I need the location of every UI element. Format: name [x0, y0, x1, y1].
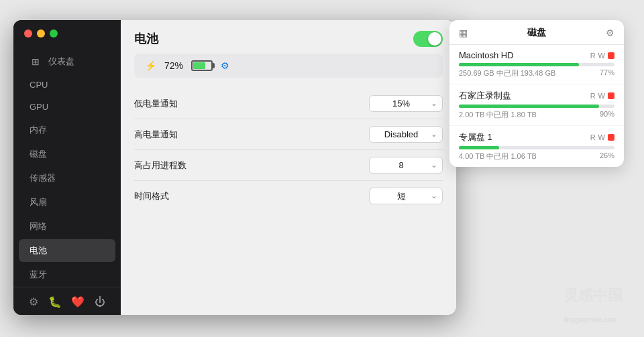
disk-percent-0: 77% — [600, 68, 614, 78]
watermark-logo-svg: 灵感中国 — [557, 280, 624, 314]
disk-w-dot-0 — [608, 52, 614, 59]
sidebar-item-gpu[interactable]: GPU — [19, 96, 115, 117]
high-usage-process-label: 高占用进程数 — [134, 159, 186, 172]
disk-w-dot-1 — [608, 92, 614, 99]
disk-w-label-1: W — [598, 92, 605, 100]
disk-chart-icon: ▦ — [459, 27, 468, 38]
battery-status-bar: ⚡ 72% ⚙ — [134, 54, 443, 78]
sidebar-item-label-fan: 风扇 — [30, 196, 47, 208]
disk-name-1: 石家庄录制盘 — [459, 90, 511, 102]
disk-bar-fill-2 — [459, 146, 499, 149]
sidebar-item-sensor[interactable]: 传感器 — [19, 167, 115, 190]
disk-used-1: 2.00 TB 中已用 1.80 TB — [459, 110, 537, 120]
sidebar-item-battery[interactable]: 电池 — [19, 239, 115, 262]
disk-widget-title: 磁盘 — [468, 27, 606, 39]
sidebar-item-network[interactable]: 网络 — [19, 215, 115, 238]
disk-info-2: 4.00 TB 中已用 1.06 TB 26% — [459, 151, 614, 161]
sidebar-item-dashboard[interactable]: ⊞ 仪表盘 — [19, 50, 115, 73]
main-window: ⊞ 仪表盘 CPU GPU 内存 磁盘 传感器 风扇 网络 电池 蓝牙 — [13, 20, 456, 315]
disk-info-1: 2.00 TB 中已用 1.80 TB 90% — [459, 110, 614, 120]
bolt-icon: ⚡ — [145, 60, 156, 71]
minimize-button[interactable] — [37, 29, 45, 38]
settings-body: 低电量通知 15% 5% 10% 20% 高电量通知 Disabled 80% — [121, 78, 456, 315]
disk-entry-header-1: 石家庄录制盘 R W — [459, 90, 614, 102]
disk-r-label-1: R — [590, 92, 596, 100]
disk-entry-2: 专属盘 1 R W 4.00 TB 中已用 1.06 TB 26% — [449, 126, 624, 167]
high-usage-process-select-wrapper: 8 3 5 10 — [369, 157, 443, 174]
battery-toggle[interactable] — [413, 31, 443, 47]
disk-entry-1: 石家庄录制盘 R W 2.00 TB 中已用 1.80 TB 90% — [449, 84, 624, 126]
main-content: 电池 ⚡ 72% ⚙ 低电量通知 15% 5% 10% — [121, 20, 456, 315]
settings-icon[interactable]: ⚙ — [29, 295, 38, 308]
disk-w-label-0: W — [598, 52, 605, 60]
disk-entry-header-0: Macintosh HD R W — [459, 50, 614, 60]
disk-r-label-0: R — [590, 52, 596, 60]
bug-icon[interactable]: 🐛 — [48, 295, 62, 308]
sidebar-footer: ⚙ 🐛 ❤️ ⏻ — [13, 287, 121, 315]
high-power-notify-label: 高电量通知 — [134, 129, 178, 141]
disk-rw-2: R W — [590, 133, 614, 141]
sidebar-item-cpu[interactable]: CPU — [19, 74, 115, 95]
disk-widget-header: ▦ 磁盘 ⚙ — [449, 20, 624, 45]
disk-rw-0: R W — [590, 52, 614, 60]
disk-entry-0: Macintosh HD R W 250.69 GB 中已用 193.48 GB… — [449, 45, 624, 84]
low-power-notify-select[interactable]: 15% 5% 10% 20% — [369, 95, 443, 112]
disk-bar-bg-1 — [459, 105, 614, 108]
high-power-notify-select-wrapper: Disabled 80% 90% 95% — [369, 126, 443, 143]
low-power-notify-row: 低电量通知 15% 5% 10% 20% — [134, 88, 443, 119]
high-power-notify-select[interactable]: Disabled 80% 90% 95% — [369, 126, 443, 143]
disk-info-0: 250.69 GB 中已用 193.48 GB 77% — [459, 68, 614, 78]
content-header: 电池 — [121, 20, 456, 54]
disk-bar-bg-2 — [459, 146, 614, 149]
time-format-select[interactable]: 短 长 — [369, 188, 443, 204]
sidebar-item-label-gpu: GPU — [30, 102, 48, 112]
maximize-button[interactable] — [50, 29, 58, 38]
sidebar-item-label-dashboard: 仪表盘 — [48, 56, 74, 68]
battery-fill — [193, 62, 205, 69]
time-format-select-wrapper: 短 长 — [369, 188, 443, 204]
disk-bar-fill-0 — [459, 63, 579, 66]
disk-used-2: 4.00 TB 中已用 1.06 TB — [459, 151, 537, 161]
high-usage-process-select[interactable]: 8 3 5 10 — [369, 157, 443, 174]
battery-percent: 72% — [164, 60, 183, 71]
disk-w-label-2: W — [598, 133, 605, 141]
high-power-notify-row: 高电量通知 Disabled 80% 90% 95% — [134, 119, 443, 150]
panel-title: 电池 — [134, 31, 158, 47]
low-power-notify-select-wrapper: 15% 5% 10% 20% — [369, 95, 443, 112]
high-usage-process-row: 高占用进程数 8 3 5 10 — [134, 150, 443, 181]
svg-text:灵感中国: 灵感中国 — [563, 287, 623, 304]
disk-entry-header-2: 专属盘 1 R W — [459, 131, 614, 143]
sidebar-item-label-bluetooth: 蓝牙 — [30, 269, 47, 281]
close-button[interactable] — [24, 29, 32, 38]
watermark-url: lingganchina.com — [557, 316, 624, 324]
sidebar-item-disk[interactable]: 磁盘 — [19, 143, 115, 165]
time-format-label: 时间格式 — [134, 190, 169, 202]
battery-icon-wrapper — [191, 60, 213, 71]
disk-gear-icon[interactable]: ⚙ — [606, 27, 614, 38]
sidebar-item-label-sensor: 传感器 — [30, 172, 56, 184]
heart-icon[interactable]: ❤️ — [71, 295, 85, 308]
disk-name-0: Macintosh HD — [459, 50, 514, 60]
disk-percent-2: 26% — [600, 151, 614, 161]
disk-bar-fill-1 — [459, 105, 599, 108]
battery-icon — [191, 60, 213, 71]
traffic-lights — [24, 29, 58, 38]
sidebar-item-label-memory: 内存 — [30, 124, 47, 136]
sidebar-item-fan[interactable]: 风扇 — [19, 191, 115, 214]
sidebar-item-label-cpu: CPU — [30, 80, 48, 90]
power-icon[interactable]: ⏻ — [95, 296, 105, 308]
disk-rw-1: R W — [590, 92, 614, 100]
low-power-notify-label: 低电量通知 — [134, 98, 178, 110]
battery-settings-gear-icon[interactable]: ⚙ — [221, 60, 229, 71]
disk-widget: ▦ 磁盘 ⚙ Macintosh HD R W 250.69 GB 中已用 19… — [449, 20, 624, 167]
sidebar-item-bluetooth[interactable]: 蓝牙 — [19, 263, 115, 286]
sidebar-item-label-network: 网络 — [30, 220, 47, 232]
sidebar-item-memory[interactable]: 内存 — [19, 119, 115, 141]
disk-used-0: 250.69 GB 中已用 193.48 GB — [459, 68, 555, 78]
disk-name-2: 专属盘 1 — [459, 131, 492, 143]
disk-bar-bg-0 — [459, 63, 614, 66]
disk-w-dot-2 — [608, 134, 614, 141]
disk-r-label-2: R — [590, 133, 596, 141]
dashboard-icon: ⊞ — [30, 56, 42, 67]
sidebar-item-label-battery: 电池 — [30, 245, 47, 257]
